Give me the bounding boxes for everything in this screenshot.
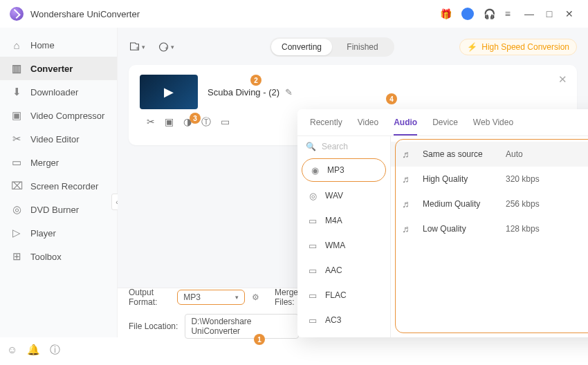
home-icon: ⌂	[11, 39, 22, 50]
annotation-badge-1: 1	[254, 334, 265, 345]
app-logo	[10, 7, 24, 21]
player-icon: ▷	[11, 227, 22, 238]
gift-icon[interactable]: 🎁	[440, 8, 452, 19]
trim-icon[interactable]: ✂	[147, 116, 155, 135]
format-ac3[interactable]: ▭AC3	[297, 308, 390, 333]
sidebar-item-player[interactable]: ▷Player	[0, 221, 117, 245]
output-settings-icon[interactable]: ⚙	[252, 292, 259, 302]
annotation-badge-4: 4	[386, 93, 397, 104]
status-segment: Converting Finished	[270, 37, 394, 57]
editor-icon: ✂	[11, 133, 22, 144]
video-title-row: Scuba Diving - (2) ✎	[208, 87, 293, 97]
format-list: 🔍Search ◉MP3 ◎WAV ▭M4A ▭WMA ▭AAC ▭FLAC ▭…	[297, 136, 391, 337]
feedback-icon[interactable]: ☺	[7, 344, 17, 357]
converter-icon: ▥	[11, 63, 22, 74]
merger-icon: ▭	[11, 157, 22, 168]
titlebar: Wondershare UniConverter 🎁 🎧 ≡ — □ ✕	[0, 0, 588, 28]
search-icon: 🔍	[306, 142, 316, 151]
popup-tab-audio[interactable]: Audio	[394, 118, 417, 135]
subtitle-icon[interactable]: ▭	[221, 116, 230, 135]
annotation-badge-3: 3	[190, 113, 201, 124]
tab-converting[interactable]: Converting	[271, 39, 332, 55]
aac-icon: ▭	[307, 265, 318, 276]
format-popup: Recently Video Audio Device Web Video 🔍S…	[297, 109, 588, 337]
popup-tabs: Recently Video Audio Device Web Video	[297, 109, 588, 135]
format-aac[interactable]: ▭AAC	[297, 258, 390, 283]
high-speed-conversion-button[interactable]: High Speed Conversion	[459, 39, 577, 55]
minimize-button[interactable]: —	[520, 8, 538, 19]
watermark-icon[interactable]: Ⓣ	[201, 116, 211, 135]
support-icon[interactable]: 🎧	[484, 8, 495, 19]
format-aiff[interactable]: ▭AIFF	[297, 333, 390, 337]
file-location-label: File Location:	[129, 321, 178, 331]
sidebar-item-downloader[interactable]: ⬇Downloader	[0, 80, 117, 104]
close-button[interactable]: ✕	[560, 8, 578, 19]
file-location-value[interactable]: D:\Wondershare UniConverter	[185, 314, 299, 339]
crop-icon[interactable]: ▣	[165, 116, 174, 135]
content-area: +▾ +▾ Converting Finished High Speed Con…	[118, 28, 588, 337]
notification-icon[interactable]: 🔔	[27, 344, 40, 357]
quality-list: ♬Same as sourceAuto✎ ♬High Quality320 kb…	[391, 136, 588, 337]
format-mp3[interactable]: ◉MP3	[302, 158, 386, 182]
music-icon: ♬	[402, 223, 416, 234]
quality-medium[interactable]: ♬Medium Quality256 kbps✎	[391, 191, 588, 216]
format-flac[interactable]: ▭FLAC	[297, 283, 390, 308]
info-icon[interactable]: ⓘ	[50, 344, 60, 357]
music-icon: ♬	[402, 149, 416, 160]
sidebar-item-toolbox[interactable]: ⊞Toolbox	[0, 245, 117, 268]
sidebar-item-merger[interactable]: ▭Merger	[0, 151, 117, 174]
chevron-down-icon: ▾	[235, 294, 239, 301]
wma-icon: ▭	[307, 240, 318, 251]
video-title: Scuba Diving - (2)	[208, 87, 279, 97]
popup-tab-web-video[interactable]: Web Video	[473, 118, 513, 135]
annotation-badge-2: 2	[250, 75, 261, 86]
add-url-button[interactable]: +▾	[158, 39, 174, 55]
m4a-icon: ▭	[307, 215, 318, 226]
downloader-icon: ⬇	[11, 86, 22, 97]
music-icon: ♬	[402, 198, 416, 209]
popup-tab-video[interactable]: Video	[358, 118, 378, 135]
sidebar-item-video-editor[interactable]: ✂Video Editor	[0, 127, 117, 151]
output-format-label: Output Format:	[129, 288, 170, 307]
music-icon: ♬	[402, 174, 416, 185]
app-title: Wondershare UniConverter	[30, 9, 433, 19]
sidebar-item-screen-recorder[interactable]: ⌧Screen Recorder	[0, 174, 117, 198]
quality-low[interactable]: ♬Low Quality128 kbps✎	[391, 216, 588, 241]
sidebar-item-home[interactable]: ⌂Home	[0, 33, 117, 57]
card-close-button[interactable]: ✕	[558, 73, 567, 86]
format-m4a[interactable]: ▭M4A	[297, 208, 390, 233]
toolbox-icon: ⊞	[11, 251, 22, 262]
popup-tab-device[interactable]: Device	[432, 118, 458, 135]
format-wma[interactable]: ▭WMA	[297, 233, 390, 258]
flac-icon: ▭	[307, 290, 318, 301]
quality-high[interactable]: ♬High Quality320 kbps✎	[391, 167, 588, 191]
account-icon[interactable]	[461, 8, 474, 20]
ac3-icon: ▭	[307, 315, 318, 326]
rename-icon[interactable]: ✎	[285, 87, 293, 97]
maximize-button[interactable]: □	[540, 8, 558, 19]
tab-finished[interactable]: Finished	[332, 39, 393, 55]
video-thumbnail[interactable]: ▶	[140, 75, 198, 109]
titlebar-actions: 🎁 🎧 ≡ — □ ✕	[440, 8, 578, 20]
output-format-select[interactable]: MP3▾	[177, 290, 245, 305]
recorder-icon: ⌧	[11, 180, 22, 191]
quality-same-as-source[interactable]: ♬Same as sourceAuto✎	[391, 142, 588, 167]
wav-icon: ◎	[307, 190, 318, 201]
svg-text:+: +	[136, 45, 139, 52]
format-wav[interactable]: ◎WAV	[297, 183, 390, 208]
svg-text:+: +	[165, 45, 168, 52]
format-search[interactable]: 🔍Search	[297, 136, 390, 157]
content-topbar: +▾ +▾ Converting Finished High Speed Con…	[129, 37, 577, 57]
sidebar-item-video-compressor[interactable]: ▣Video Compressor	[0, 104, 117, 127]
dvd-icon: ◎	[11, 204, 22, 215]
window-controls: — □ ✕	[520, 8, 578, 19]
compressor-icon: ▣	[11, 110, 22, 121]
sidebar: ⌂Home ▥Converter ⬇Downloader ▣Video Comp…	[0, 28, 118, 337]
menu-icon[interactable]: ≡	[505, 8, 511, 19]
corner-icons: ☺ 🔔 ⓘ	[7, 344, 60, 357]
popup-tab-recently[interactable]: Recently	[310, 118, 342, 135]
mp3-icon: ◉	[309, 165, 320, 176]
sidebar-item-converter[interactable]: ▥Converter	[0, 57, 117, 80]
add-file-button[interactable]: +▾	[129, 39, 145, 55]
sidebar-item-dvd-burner[interactable]: ◎DVD Burner	[0, 198, 117, 221]
